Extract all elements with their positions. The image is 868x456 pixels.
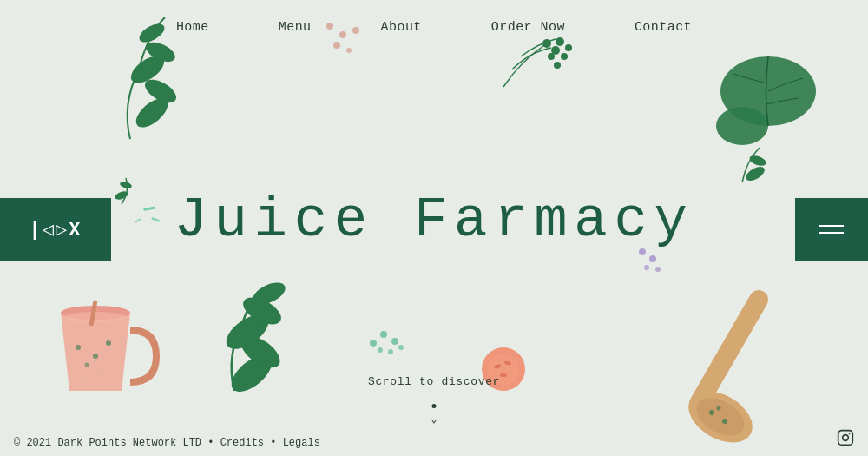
hero-title: Juice Farmacy bbox=[0, 189, 868, 252]
hamburger-line-1 bbox=[819, 225, 844, 227]
nav-about[interactable]: About bbox=[381, 20, 422, 35]
nav-home[interactable]: Home bbox=[176, 20, 209, 35]
nav-contact[interactable]: Contact bbox=[635, 20, 692, 35]
svg-point-63 bbox=[849, 433, 851, 435]
svg-rect-61 bbox=[838, 431, 853, 446]
scroll-arrow-icon[interactable]: ⌄ bbox=[431, 411, 437, 426]
nav-order-now[interactable]: Order Now bbox=[491, 20, 565, 35]
logo-block[interactable]: |◁▷X bbox=[0, 198, 111, 261]
hamburger-line-2 bbox=[819, 232, 844, 234]
instagram-icon[interactable] bbox=[837, 429, 854, 451]
scroll-label: Scroll to discover bbox=[368, 375, 500, 388]
svg-point-62 bbox=[843, 435, 849, 441]
navbar: Home Menu About Order Now Contact bbox=[0, 0, 868, 54]
scroll-dot bbox=[432, 404, 437, 408]
copyright-text: © 2021 Dark Points Network LTD • Credits… bbox=[14, 437, 320, 449]
logo-text: |◁▷X bbox=[30, 218, 82, 241]
hamburger-button[interactable] bbox=[795, 198, 868, 261]
footer: © 2021 Dark Points Network LTD • Credits… bbox=[0, 430, 868, 456]
nav-menu[interactable]: Menu bbox=[279, 20, 312, 35]
hamburger-icon bbox=[819, 225, 844, 234]
